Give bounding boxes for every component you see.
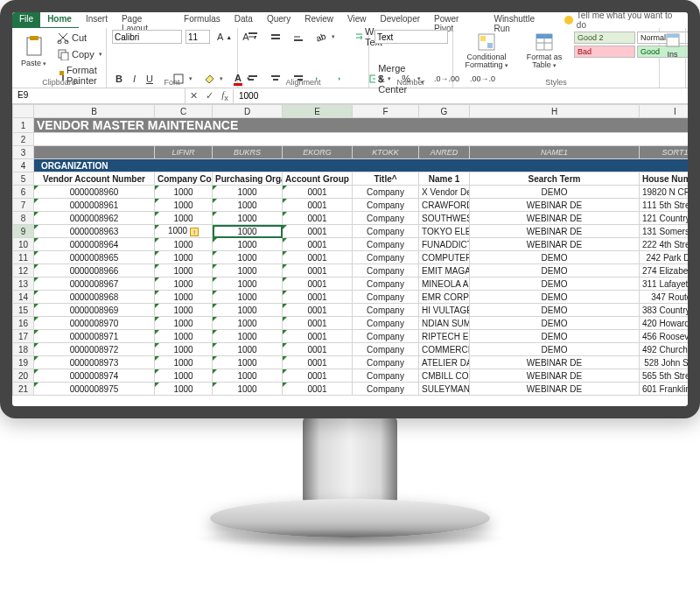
cell-term[interactable]: DEMO — [470, 343, 640, 356]
cell-vendor[interactable]: 0000008967 — [34, 277, 155, 291]
cell-name1[interactable]: TOKYO ELECTRON AMERICA — [419, 225, 470, 238]
table-row[interactable]: 70000008961100010000001CompanyCRAWFORD R… — [13, 199, 689, 212]
cell-vendor[interactable]: 0000008966 — [34, 264, 155, 277]
row-header-13[interactable]: 13 — [13, 277, 34, 291]
cell-code[interactable]: 1000 — [155, 383, 213, 396]
col-header-G[interactable]: G — [419, 105, 470, 118]
table-row[interactable]: 150000008969100010000001CompanyHI VULTAG… — [13, 304, 689, 317]
cell-code[interactable]: 1000 — [155, 369, 213, 383]
align-top-button[interactable] — [243, 29, 262, 45]
cell-addr[interactable]: 528 John Street — [640, 356, 689, 369]
paste-button[interactable]: Paste — [18, 30, 50, 72]
row-header-6[interactable]: 6 — [13, 186, 34, 199]
cell-title[interactable]: Company — [353, 212, 419, 225]
cell-grp[interactable]: 0001 — [283, 238, 353, 251]
cell-term[interactable]: DEMO — [470, 186, 640, 199]
cell-code[interactable]: 1000 — [155, 264, 213, 277]
table-row[interactable]: 200000008974100010000001CompanyCMBILL CO… — [13, 369, 689, 383]
cell-porg[interactable]: 1000 — [213, 317, 283, 330]
cell-porg[interactable]: 1000 — [213, 264, 283, 277]
cell-vendor[interactable]: 0000008971 — [34, 330, 155, 343]
cell-vendor[interactable]: 0000008968 — [34, 291, 155, 304]
table-row[interactable]: 140000008968100010000001CompanyEMR CORPO… — [13, 291, 689, 304]
row-header-17[interactable]: 17 — [13, 330, 34, 343]
table-row[interactable]: 180000008972100010000001CompanyCOMMERCIA… — [13, 343, 689, 356]
name-box-input[interactable] — [16, 88, 181, 102]
cell-name1[interactable]: COMPUTERZONEONLINE — [419, 251, 470, 264]
cell-name1[interactable]: MINEOLA ALARM — [419, 277, 470, 291]
tab-power-pivot[interactable]: Power Pivot — [427, 12, 486, 28]
cell-grp[interactable]: 0001 — [283, 212, 353, 225]
cell-title[interactable]: Company — [353, 277, 419, 291]
cell-code[interactable]: 1000 — [155, 330, 213, 343]
worksheet[interactable]: BCDEFGHIJ 1VENDOR MASTER MAINTENANCE2NOT… — [12, 104, 688, 406]
cancel-formula-button[interactable]: ✕ — [186, 90, 201, 102]
cell-porg[interactable]: 1000 — [213, 238, 283, 251]
cell-porg[interactable]: 1000 — [213, 383, 283, 396]
cell-title[interactable]: Company — [353, 291, 419, 304]
tab-winshuttle-run[interactable]: Winshuttle Run — [486, 12, 559, 28]
cell-vendor[interactable]: 0000008964 — [34, 238, 155, 251]
row-header-14[interactable]: 14 — [13, 291, 34, 304]
cell-code[interactable]: 1000 — [155, 238, 213, 251]
cell-grp[interactable]: 0001 — [283, 251, 353, 264]
row-header-21[interactable]: 21 — [13, 383, 34, 396]
cell-vendor[interactable]: 0000008973 — [34, 356, 155, 369]
cell-code[interactable]: 1000 — [155, 212, 213, 225]
cell-addr[interactable]: 492 Church Street North — [640, 343, 689, 356]
cell-title[interactable]: Company — [353, 225, 419, 238]
name-box[interactable] — [12, 88, 186, 104]
cell-title[interactable]: Company — [353, 238, 419, 251]
cell-title[interactable]: Company — [353, 356, 419, 369]
cell-code[interactable]: 1000 — [155, 291, 213, 304]
tab-review[interactable]: Review — [298, 12, 340, 28]
cell-term[interactable]: WEBINAR DE — [470, 238, 640, 251]
row-header-3[interactable]: 3 — [13, 146, 34, 159]
tab-insert[interactable]: Insert — [79, 12, 115, 28]
cell-porg[interactable]: 1000 — [213, 225, 283, 238]
row-header-5[interactable]: 5 — [13, 172, 34, 186]
cell-addr[interactable]: 121 Country Lane — [640, 212, 689, 225]
cell-term[interactable]: DEMO — [470, 304, 640, 317]
cell-vendor[interactable]: 0000008974 — [34, 369, 155, 383]
cell-grp[interactable]: 0001 — [283, 291, 353, 304]
table-row[interactable]: 100000008964100010000001CompanyFUNADDICT… — [13, 238, 689, 251]
table-row[interactable]: 900000089631000!10000001CompanyTOKYO ELE… — [13, 225, 689, 238]
cell-grp[interactable]: 0001 — [283, 369, 353, 383]
cell-name1[interactable]: X Vendor Demo — [419, 186, 470, 199]
col-header-E[interactable]: E — [283, 105, 353, 118]
cell-grp[interactable]: 0001 — [283, 304, 353, 317]
format-as-table-button[interactable]: Format as Table — [520, 30, 569, 72]
cell-grp[interactable]: 0001 — [283, 264, 353, 277]
cell-vendor[interactable]: 0000008965 — [34, 251, 155, 264]
cell-grp[interactable]: 0001 — [283, 317, 353, 330]
table-row[interactable]: 120000008966100010000001CompanyEMIT MAGA… — [13, 264, 689, 277]
column-headers[interactable]: BCDEFGHIJ — [13, 105, 689, 118]
cell-code[interactable]: 1000 — [155, 356, 213, 369]
cell-title[interactable]: Company — [353, 264, 419, 277]
table-row[interactable]: 160000008970100010000001CompanyNDIAN SUM… — [13, 317, 689, 330]
cell-title[interactable]: Company — [353, 383, 419, 396]
cell-code[interactable]: 1000! — [155, 225, 213, 238]
cut-button[interactable]: Cut — [53, 30, 106, 46]
cell-code[interactable]: 1000 — [155, 199, 213, 212]
table-row[interactable]: 110000008965100010000001CompanyCOMPUTERZ… — [13, 251, 689, 264]
cell-title[interactable]: Company — [353, 251, 419, 264]
row-header-4[interactable]: 4 — [13, 159, 34, 172]
cell-name1[interactable]: CMBILL COMPANY — [419, 369, 470, 383]
tab-page-layout[interactable]: Page Layout — [115, 12, 177, 28]
row-header-15[interactable]: 15 — [13, 304, 34, 317]
cell-name1[interactable]: NDIAN SUMMER NATIVE AMERICAN ART — [419, 317, 470, 330]
error-indicator-icon[interactable]: ! — [190, 228, 199, 236]
cell-code[interactable]: 1000 — [155, 251, 213, 264]
increase-font-button[interactable]: A▲ — [214, 30, 235, 44]
number-format-combo[interactable] — [374, 30, 448, 44]
cell-porg[interactable]: 1000 — [213, 304, 283, 317]
cell-grp[interactable]: 0001 — [283, 356, 353, 369]
copy-button[interactable]: Copy — [53, 46, 106, 62]
cell-term[interactable]: WEBINAR DE — [470, 356, 640, 369]
cell-porg[interactable]: 1000 — [213, 212, 283, 225]
cell-vendor[interactable]: 0000008961 — [34, 199, 155, 212]
select-all[interactable] — [13, 105, 34, 118]
row-header-9[interactable]: 9 — [13, 225, 34, 238]
